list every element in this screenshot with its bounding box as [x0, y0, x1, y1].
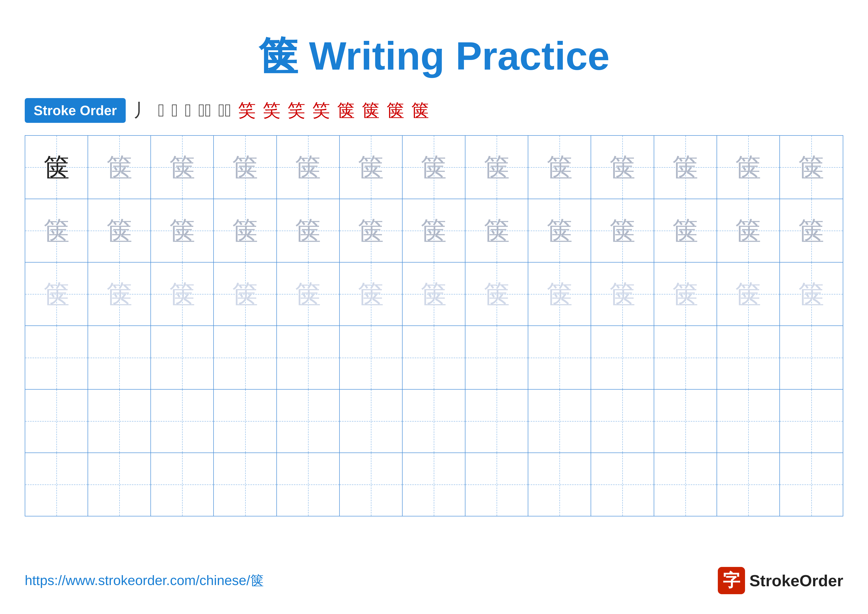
- char-3-2: 箧: [106, 281, 132, 307]
- page-container: 箧 Writing Practice Stroke Order 丿 𠄎 𠃌 𠃍 …: [0, 0, 868, 614]
- grid-row-4: [25, 326, 843, 389]
- char-3-3: 箧: [169, 281, 195, 307]
- char-2-2: 箧: [106, 218, 132, 244]
- title-text-suffix: Writing Practice: [298, 34, 610, 78]
- practice-grid: 箧 箧 箧 箧 箧 箧 箧 箧 箧 箧 箧 箧 箧 箧 箧 箧 箧 箧 箧 箧 …: [25, 135, 843, 516]
- cell-5-9: [528, 390, 591, 452]
- cell-2-3: 箧: [151, 199, 214, 262]
- cell-1-7: 箧: [403, 136, 465, 199]
- cell-1-11: 箧: [654, 136, 717, 199]
- footer-logo: 字 StrokeOrder: [718, 567, 843, 594]
- cell-3-3: 箧: [151, 263, 214, 325]
- cell-6-3: [151, 453, 214, 516]
- footer-url[interactable]: https://www.strokeorder.com/chinese/箧: [25, 571, 264, 590]
- char-1-12: 箧: [735, 154, 761, 180]
- cell-1-1: 箧: [25, 136, 88, 199]
- char-2-4: 箧: [232, 218, 258, 244]
- char-3-8: 箧: [484, 281, 510, 307]
- cell-3-7: 箧: [403, 263, 465, 325]
- cell-4-12: [717, 326, 780, 389]
- cell-3-12: 箧: [717, 263, 780, 325]
- footer: https://www.strokeorder.com/chinese/箧 字 …: [25, 567, 843, 594]
- char-3-12: 箧: [735, 281, 761, 307]
- stroke-step-6: 𠃍𠃍: [218, 100, 231, 121]
- cell-6-4: [214, 453, 277, 516]
- title-area: 箧 Writing Practice: [25, 30, 843, 83]
- stroke-order-steps: 丿 𠄎 𠃌 𠃍 𠃍丿 𠃍𠃍 笑 笑 笑 笑 箧 箧 箧 箧: [133, 99, 429, 122]
- footer-logo-icon: 字: [718, 567, 745, 594]
- cell-4-6: [340, 326, 403, 389]
- char-2-8: 箧: [484, 218, 510, 244]
- cell-3-4: 箧: [214, 263, 277, 325]
- cell-5-6: [340, 390, 403, 452]
- char-1-13: 箧: [798, 154, 824, 180]
- char-2-7: 箧: [421, 218, 446, 244]
- cell-1-8: 箧: [465, 136, 528, 199]
- cell-5-1: [25, 390, 88, 452]
- cell-5-3: [151, 390, 214, 452]
- cell-6-2: [88, 453, 151, 516]
- cell-3-11: 箧: [654, 263, 717, 325]
- cell-1-3: 箧: [151, 136, 214, 199]
- cell-4-7: [403, 326, 465, 389]
- char-1-9: 箧: [547, 154, 573, 180]
- cell-1-12: 箧: [717, 136, 780, 199]
- char-2-13: 箧: [798, 218, 824, 244]
- char-2-11: 箧: [672, 218, 698, 244]
- stroke-step-8: 笑: [263, 99, 281, 122]
- cell-6-1: [25, 453, 88, 516]
- cell-5-8: [465, 390, 528, 452]
- cell-6-7: [403, 453, 465, 516]
- char-1-7: 箧: [421, 154, 446, 180]
- cell-4-10: [591, 326, 654, 389]
- cell-2-11: 箧: [654, 199, 717, 262]
- stroke-step-11: 箧: [337, 99, 355, 122]
- grid-row-1: 箧 箧 箧 箧 箧 箧 箧 箧 箧 箧 箧 箧 箧: [25, 136, 843, 199]
- grid-row-6: [25, 453, 843, 516]
- char-3-11: 箧: [672, 281, 698, 307]
- stroke-order-badge: Stroke Order: [25, 98, 126, 123]
- cell-2-10: 箧: [591, 199, 654, 262]
- char-1-6: 箧: [358, 154, 384, 180]
- cell-4-13: [780, 326, 843, 389]
- cell-6-6: [340, 453, 403, 516]
- char-1-5: 箧: [295, 154, 321, 180]
- cell-2-6: 箧: [340, 199, 403, 262]
- char-2-12: 箧: [735, 218, 761, 244]
- cell-4-8: [465, 326, 528, 389]
- cell-1-6: 箧: [340, 136, 403, 199]
- cell-6-11: [654, 453, 717, 516]
- char-2-10: 箧: [609, 218, 636, 244]
- cell-3-10: 箧: [591, 263, 654, 325]
- cell-6-13: [780, 453, 843, 516]
- page-title: 箧 Writing Practice: [258, 34, 610, 78]
- grid-row-5: [25, 390, 843, 453]
- char-2-1: 箧: [43, 218, 70, 244]
- cell-4-11: [654, 326, 717, 389]
- cell-5-4: [214, 390, 277, 452]
- stroke-step-3: 𠃌: [172, 100, 178, 121]
- cell-4-3: [151, 326, 214, 389]
- cell-4-1: [25, 326, 88, 389]
- cell-3-9: 箧: [528, 263, 591, 325]
- cell-2-9: 箧: [528, 199, 591, 262]
- stroke-step-13: 箧: [386, 99, 404, 122]
- cell-2-13: 箧: [780, 199, 843, 262]
- char-2-3: 箧: [169, 218, 195, 244]
- stroke-step-10: 笑: [312, 99, 330, 122]
- cell-6-5: [277, 453, 340, 516]
- stroke-step-5: 𠃍丿: [198, 100, 211, 121]
- cell-2-5: 箧: [277, 199, 340, 262]
- cell-4-2: [88, 326, 151, 389]
- char-3-10: 箧: [609, 281, 636, 307]
- title-char: 箧: [258, 34, 298, 78]
- cell-2-12: 箧: [717, 199, 780, 262]
- cell-5-10: [591, 390, 654, 452]
- cell-3-5: 箧: [277, 263, 340, 325]
- char-1-3: 箧: [169, 154, 195, 180]
- char-2-6: 箧: [358, 218, 384, 244]
- char-1-1: 箧: [43, 154, 70, 180]
- cell-6-9: [528, 453, 591, 516]
- cell-1-2: 箧: [88, 136, 151, 199]
- footer-logo-text: StrokeOrder: [749, 571, 843, 590]
